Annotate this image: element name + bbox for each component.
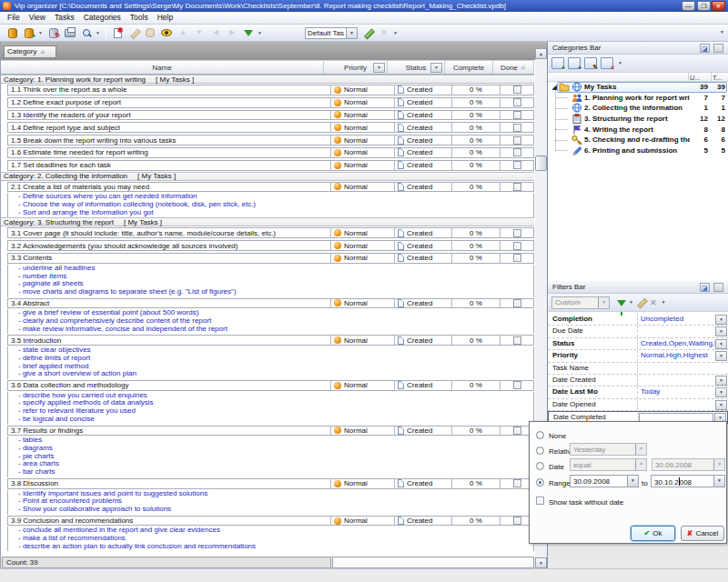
task-box[interactable]: 1.3 Identify the readers of your reportN…: [7, 110, 534, 121]
save-database-button[interactable]: ↻: [46, 26, 61, 40]
task-complete-cell[interactable]: 0 %: [451, 85, 500, 95]
task-complete-cell[interactable]: 0 %: [451, 241, 500, 250]
task-status-cell[interactable]: Created: [394, 85, 451, 95]
filter-value[interactable]: Uncompleted: [638, 314, 715, 325]
column-name[interactable]: Name: [1, 61, 324, 74]
task-status-cell[interactable]: Created: [394, 381, 451, 390]
task-box[interactable]: 2.1 Create a list of materials you may n…: [7, 182, 534, 193]
task-box[interactable]: 1.5 Break down the report writing into v…: [7, 135, 534, 146]
task-status-cell[interactable]: Created: [394, 228, 451, 237]
done-checkbox[interactable]: [513, 98, 521, 106]
task-status-cell[interactable]: Created: [394, 135, 451, 145]
task-row[interactable]: 3.6 Data collection and methodologyNorma…: [1, 379, 534, 392]
task-row[interactable]: 3.4 AbstractNormalCreated0 %: [1, 297, 534, 310]
task-complete-cell[interactable]: 0 %: [451, 161, 500, 170]
filter-preset-combo[interactable]: Custom▼: [551, 296, 610, 309]
filter-dropdown-button[interactable]: ▼: [715, 315, 727, 325]
task-name-cell[interactable]: 3.2 Acknowledgements (you should acknowl…: [8, 241, 330, 250]
task-box[interactable]: 3.2 Acknowledgements (you should acknowl…: [7, 240, 534, 251]
done-checkbox[interactable]: [513, 85, 521, 94]
filter-row-date-opened[interactable]: Date Opened▼: [548, 399, 728, 411]
filter-row-completion[interactable]: CompletionUncompleted▼: [548, 314, 728, 326]
task-template-combo[interactable]: Default Tas▼: [305, 27, 358, 39]
close-button[interactable]: ✕: [712, 1, 725, 11]
column-priority[interactable]: Priority▼: [324, 61, 388, 74]
hide-panel-icon[interactable]: [713, 44, 723, 53]
hide-panel-icon[interactable]: [713, 283, 723, 292]
task-status-cell[interactable]: Created: [394, 426, 451, 436]
move-down-button[interactable]: ▼: [192, 26, 207, 40]
relative-radio[interactable]: [536, 447, 544, 455]
task-priority-cell[interactable]: Normal: [330, 381, 394, 390]
task-box[interactable]: 1.4 Define report type and subjectNormal…: [7, 122, 534, 133]
categories-toolbar-more-icon[interactable]: ▼: [617, 56, 623, 70]
task-name-cell[interactable]: 3.6 Data collection and methodology: [8, 381, 330, 390]
task-status-cell[interactable]: Created: [394, 111, 451, 120]
done-checkbox[interactable]: [513, 124, 521, 132]
task-complete-cell[interactable]: 0 %: [451, 228, 500, 237]
task-priority-cell[interactable]: Normal: [330, 161, 394, 170]
task-name-cell[interactable]: 3.5 Introduction: [8, 336, 330, 345]
group-by-category-button[interactable]: Category: [4, 45, 56, 58]
done-checkbox[interactable]: [513, 299, 521, 307]
task-priority-cell[interactable]: Normal: [330, 98, 394, 107]
filter-value[interactable]: Normal,High,Highest: [638, 350, 715, 361]
task-priority-cell[interactable]: Normal: [330, 479, 394, 488]
scroll-down-button[interactable]: ▼: [535, 557, 547, 568]
task-done-cell[interactable]: [500, 148, 533, 157]
column-complete[interactable]: Complete: [445, 61, 493, 74]
task-priority-cell[interactable]: Normal: [330, 111, 394, 120]
edit-category-button[interactable]: [584, 57, 597, 69]
view-task-button[interactable]: [159, 26, 174, 40]
done-checkbox[interactable]: [513, 479, 521, 487]
task-priority-cell[interactable]: Normal: [330, 183, 394, 192]
show-task-without-date-checkbox[interactable]: [536, 497, 544, 505]
expander-icon[interactable]: [551, 85, 557, 90]
new-database-button[interactable]: +: [22, 26, 36, 40]
dock-panel-icon[interactable]: [700, 44, 710, 53]
toolbar-overflow-icon[interactable]: ▼: [720, 29, 724, 35]
filter-row-task-name[interactable]: Task Name: [548, 363, 728, 375]
filter-row-date-last-mo[interactable]: Date Last MoToday▼: [548, 386, 728, 398]
tree-item-category[interactable]: 5. Checking and re-drafting the rep66: [548, 135, 728, 146]
done-checkbox[interactable]: [513, 426, 521, 435]
delete-filter-icon[interactable]: ✕: [650, 298, 657, 307]
filter-value[interactable]: [638, 363, 728, 374]
filter-row-priority[interactable]: PriorityNormal,High,Highest▼: [548, 350, 728, 362]
filters-toolbar-more-icon[interactable]: ▼: [661, 296, 667, 309]
task-complete-cell[interactable]: 0 %: [451, 98, 500, 107]
task-done-cell[interactable]: [500, 254, 533, 263]
task-box[interactable]: 3.7 Results or findingsNormalCreated0 %: [7, 426, 534, 436]
task-priority-cell[interactable]: Normal: [330, 299, 394, 308]
task-name-cell[interactable]: 3.7 Results or findings: [8, 426, 330, 436]
status-filter-button[interactable]: ▼: [430, 63, 442, 73]
task-status-cell[interactable]: Created: [394, 299, 451, 308]
done-checkbox[interactable]: [513, 111, 521, 119]
task-name-cell[interactable]: 1.5 Break down the report writing into v…: [8, 135, 330, 145]
filter-dropdown-button[interactable]: ▼: [715, 376, 727, 386]
task-box[interactable]: 3.6 Data collection and methodologyNorma…: [7, 380, 534, 391]
print-button[interactable]: [63, 26, 77, 40]
task-done-cell[interactable]: [500, 336, 533, 345]
filter-dropdown-button[interactable]: ▼: [715, 351, 727, 361]
new-task-button[interactable]: ✱: [110, 26, 125, 40]
task-name-cell[interactable]: 3.1 Cover page (it should include: title…: [8, 228, 330, 237]
rename-filter-icon[interactable]: [636, 297, 646, 307]
task-row[interactable]: 1.7 Set deadlines for each taskNormalCre…: [1, 159, 534, 172]
done-checkbox[interactable]: [513, 517, 521, 525]
filter-value[interactable]: Created,Open,Waiting,Put On Hold,Ca: [638, 338, 715, 349]
none-radio[interactable]: [536, 431, 544, 439]
task-name-cell[interactable]: 1.3 Identify the readers of your report: [8, 111, 330, 120]
filter-dropdown-icon[interactable]: ▼: [628, 296, 634, 309]
task-complete-cell[interactable]: 0 %: [451, 299, 500, 308]
tree-item-category[interactable]: 4. Writing the report88: [548, 124, 728, 135]
task-done-cell[interactable]: [500, 241, 533, 250]
task-priority-cell[interactable]: Normal: [330, 517, 394, 526]
task-done-cell[interactable]: [500, 135, 533, 145]
filter-value[interactable]: [638, 375, 715, 386]
task-name-cell[interactable]: 1.6 Estimate time needed for report writ…: [8, 148, 330, 157]
date-value-combo[interactable]: 30.09.2008▼: [652, 458, 725, 471]
dock-panel-icon[interactable]: [700, 283, 710, 292]
indent-task-button[interactable]: ▶: [225, 26, 239, 40]
done-checkbox[interactable]: [513, 242, 521, 250]
